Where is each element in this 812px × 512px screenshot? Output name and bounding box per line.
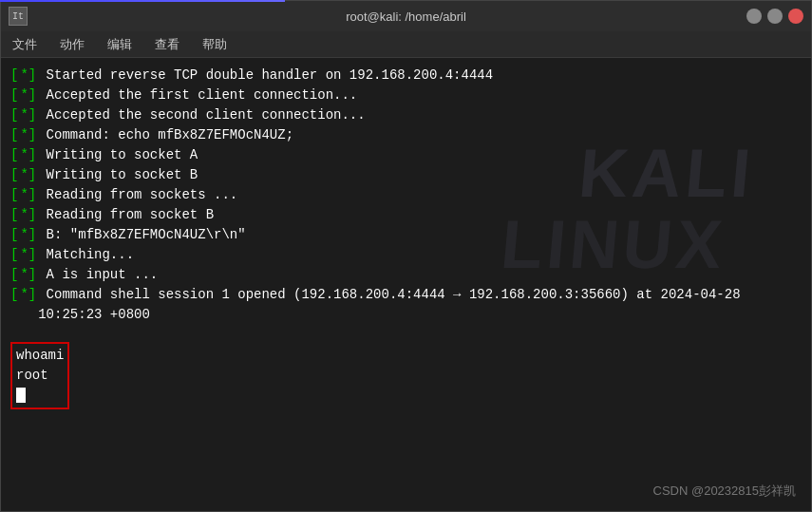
log-text-1: Started reverse TCP double handler on 19… bbox=[38, 66, 493, 85]
log-line-11: [*] A is input ... bbox=[10, 265, 802, 285]
menu-file[interactable]: 文件 bbox=[9, 34, 41, 55]
log-line-8: [*] Reading from socket B bbox=[10, 205, 802, 225]
command-whoami: whoami bbox=[16, 346, 64, 366]
log-line-9: [*] B: "mfBx8Z7EFMOcN4UZ\r\n" bbox=[10, 225, 802, 245]
title-bar: It root@kali: /home/abril bbox=[1, 1, 811, 31]
log-line-3: [*] Accepted the second client connectio… bbox=[10, 105, 802, 125]
window-controls bbox=[746, 9, 803, 24]
terminal-cursor bbox=[16, 388, 26, 403]
menu-action[interactable]: 动作 bbox=[56, 34, 88, 55]
menu-bar: 文件 动作 编辑 查看 帮助 bbox=[1, 31, 811, 58]
bracket-1: [ bbox=[10, 66, 18, 85]
log-line-5: [*] Writing to socket A bbox=[10, 145, 802, 165]
log-line-2: [*] Accepted the first client connection… bbox=[10, 85, 802, 105]
terminal-body[interactable]: KALI LINUX [*] Started reverse TCP doubl… bbox=[1, 58, 811, 511]
log-line-10: [*] Matching... bbox=[10, 245, 802, 265]
progress-bar bbox=[0, 0, 285, 2]
log-line-12: [*] Command shell session 1 opened (192.… bbox=[10, 285, 802, 325]
window-title: root@kali: /home/abril bbox=[346, 9, 466, 24]
bracket-1b: ] bbox=[28, 66, 36, 85]
log-line-6: [*] Writing to socket B bbox=[10, 165, 802, 185]
menu-help[interactable]: 帮助 bbox=[198, 34, 231, 55]
csdn-watermark: CSDN @20232815彭祥凯 bbox=[653, 483, 796, 500]
window-icon: It bbox=[9, 7, 28, 26]
terminal-window: It root@kali: /home/abril 文件 动作 编辑 查看 帮助… bbox=[0, 0, 812, 512]
minimize-button[interactable] bbox=[746, 9, 762, 24]
log-line-4: [*] Command: echo mfBx8Z7EFMOcN4UZ; bbox=[10, 125, 802, 145]
maximize-button[interactable] bbox=[767, 9, 783, 24]
star-1: * bbox=[20, 66, 28, 85]
log-line-1: [*] Started reverse TCP double handler o… bbox=[10, 66, 802, 85]
terminal-output: [*] Started reverse TCP double handler o… bbox=[10, 66, 802, 325]
menu-edit[interactable]: 编辑 bbox=[104, 34, 136, 55]
input-section[interactable]: whoami root bbox=[10, 342, 69, 409]
log-line-7: [*] Reading from sockets ... bbox=[10, 185, 802, 205]
command-result-root: root bbox=[16, 366, 64, 386]
menu-view[interactable]: 查看 bbox=[151, 34, 183, 55]
command-cursor-line bbox=[16, 386, 64, 406]
title-bar-left: It bbox=[9, 7, 28, 26]
input-section-wrapper: whoami root bbox=[10, 334, 802, 409]
close-button[interactable] bbox=[788, 9, 803, 24]
